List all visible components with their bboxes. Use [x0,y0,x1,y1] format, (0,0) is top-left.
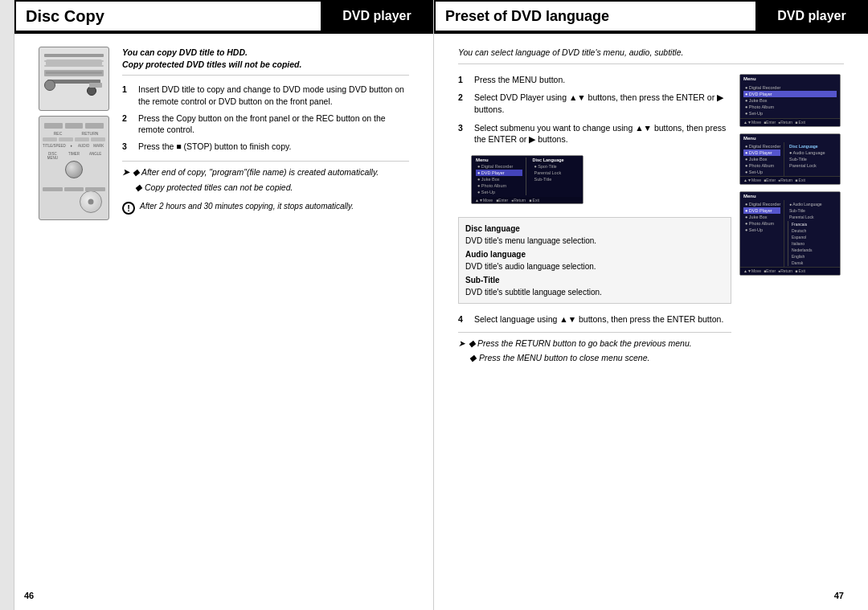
warning-text: After 2 hours and 30 minutes copying, it… [140,201,354,212]
subtitle-term: Sub-Title [465,274,724,286]
right-notes-section: ➤ ◆ Press the RETURN button to go back t… [458,332,731,363]
right-header-title-box: Preset of DVD language [434,0,755,32]
notes-section: ➤ ◆ After end of copy, "program"(file na… [122,161,409,193]
right-step-1: 1 Press the MENU button. [458,74,731,86]
ms3-r-audio: Sub-Title [788,207,837,214]
step-1: 1 Insert DVD title to copy and change to… [122,84,409,107]
right-header: Preset of DVD language DVD player [434,0,868,34]
intro-line1: You can copy DVD title to HDD. [122,47,409,59]
menu-screenshot-step3: Menu ● Digital Recorder ● DVD Player ● J… [471,155,583,204]
note-2: ◆ Copy protected titles can not be copie… [135,182,409,194]
menu-screen-3-header: Menu [740,192,840,200]
audio-lang-desc: DVD title's audio language selection. [465,260,724,272]
right-screens-col: Menu ● Digital Recorder ● DVD Player ● J… [739,74,844,366]
right-step-3: 3 Select submenu you want to change usin… [458,122,731,145]
device-small-label-3 [85,187,105,191]
right-step-2: 2 Select DVD Player using ▲▼ buttons, th… [458,92,731,115]
note-1: ➤ ◆ After end of copy, "program"(file na… [122,166,409,178]
ms2-l-dr: ● Digital Recorder [743,143,780,149]
device-btn-2 [65,123,84,129]
menu-screen-2-content: ● Digital Recorder ● DVD Player ● Juke B… [740,142,840,176]
menu-screen-3-footer: ▲▼Move ■Enter ●Return ■ Exit [740,267,840,275]
ms3-lang-fr: Francais [790,221,837,227]
menu-screen-1: Menu ● Digital Recorder ● DVD Player ● J… [739,74,841,127]
disc-lang-term: Disc language [465,223,724,235]
menu-sub-al: ● Spot-Title [533,163,579,170]
ms1-digital: ● Digital Recorder [743,84,837,91]
ms1-photo: ● Photo Album [743,104,837,110]
menu-screen-3-right: ● Audio Language Sub-Title Parental Lock… [784,200,840,267]
step-3: 3 Press the ■ (STOP) button to finish co… [122,141,409,153]
menu-item-jb: ● Juke Box [476,176,522,182]
ms3-lang-de: Deutsch [790,227,837,234]
disc-lang-desc: DVD title's menu language selection. [465,235,724,247]
menu-sublabel-dl: Disc Language [533,158,579,162]
right-step-3-text: Select submenu you want to change using … [474,122,731,145]
right-step-1-text: Press the MENU button. [474,74,731,86]
menu-screen-2-left: ● Digital Recorder ● DVD Player ● Juke B… [740,142,784,176]
note-1-text: After end of copy, "program"(file name) … [141,167,379,177]
warning-item: ! After 2 hours and 30 minutes copying, … [122,201,409,215]
right-step-4-text: Select language using ▲▼ buttons, then p… [474,313,731,325]
right-note-1-text: Press the RETURN button to go back the p… [477,338,692,348]
device-top-image [39,47,109,111]
menu-screen-1-footer: ▲▼Move ■Enter ●Return ■ Exit [740,118,840,126]
instructions-area: You can copy DVD title to HDD. Copy prot… [122,47,409,597]
warning-icon: ! [122,202,135,215]
menu-screen-2-right: Disc Language ● Audio Language Sub-Title… [784,142,840,176]
device-small-label-2 [64,187,84,191]
step-3-text: Press the ■ (STOP) button to finish copy… [138,141,409,153]
menu-screen-2-header: Menu [740,134,840,142]
right-page: Preset of DVD language DVD player You ca… [434,0,868,610]
ms3-l-juke: ● Juke Box [743,214,780,220]
right-steps-list: 1 Press the MENU button. 2 Select DVD Pl… [458,74,731,325]
ms2-r-disc-lang: Disc Language [788,143,837,149]
device-btn-1 [44,123,63,129]
ms2-r-sub: Sub-Title [788,156,837,162]
ms3-l-setup: ● Set-Up [743,227,780,233]
menu-item-pa: ● Photo Album [476,182,522,189]
right-page-number: 47 [834,591,844,600]
left-page-title: Disc Copy [26,7,104,26]
left-margin-bar [0,0,14,610]
device-disc [80,190,102,213]
menu-item-dvd-sel: ● DVD Player [476,170,522,176]
step-1-num: 1 [122,84,133,107]
menu-item-su: ● Set-Up [476,189,522,195]
audio-lang-term: Audio language [465,248,724,260]
right-page-title: Preset of DVD language [445,8,609,25]
ms3-lang-it: Italiano [790,240,837,247]
ms2-l-photo: ● Photo Album [743,162,780,169]
subtitle-desc: DVD title's subtitle language selection. [465,286,724,298]
left-page: Disc Copy DVD player [0,0,434,610]
device-images: REC RETURN TITLE/SPEED ♦ AUDIO MA [39,47,111,597]
step-2-text: Press the Copy button on the front panel… [138,113,409,136]
intro-text-block: You can copy DVD title to HDD. Copy prot… [122,47,409,76]
step-2-num: 2 [122,113,133,136]
right-step-1-num: 1 [458,74,469,86]
ms3-lang-es: Espanol [790,234,837,240]
step-2: 2 Press the Copy button on the front pan… [122,113,409,136]
steps-list: 1 Insert DVD title to copy and change to… [122,84,409,152]
ms3-lang-dk: Dansk [790,260,837,266]
menu-screen-2-footer: ▲▼Move ■Enter ●Return ■ Exit [740,176,840,184]
menu-screen-3-left: ● Digital Recorder ● DVD Player ● Juke B… [740,200,784,267]
right-note-2-text: Press the MENU button to close menu scen… [479,352,649,364]
right-step-2-text: Select DVD Player using ▲▼ buttons, then… [474,92,731,115]
right-step-4: 4 Select language using ▲▼ buttons, then… [458,313,731,325]
ms2-r-audio: ● Audio Language [788,149,837,156]
device-btn-row [44,123,104,129]
right-text-col: 1 Press the MENU button. 2 Select DVD Pl… [458,74,731,366]
ms1-setup: ● Set-Up [743,110,837,117]
menu-screen-1-items: ● Digital Recorder ● DVD Player ● Juke B… [740,83,840,118]
menu-screen-1-header: Menu [740,75,840,83]
ms3-l-photo: ● Photo Album [743,220,780,227]
device-knob [65,161,83,178]
ms2-l-juke: ● Juke Box [743,156,780,162]
ms3-l-dvd: ● DVD Player [743,207,780,214]
device-small-label-1 [43,187,63,191]
right-step-3-num: 3 [458,122,469,145]
intro-line2: Copy protected DVD titles will not be co… [122,59,409,71]
left-content: REC RETURN TITLE/SPEED ♦ AUDIO MA [14,34,433,610]
ms3-r-disc: ● Audio Language [788,201,837,207]
